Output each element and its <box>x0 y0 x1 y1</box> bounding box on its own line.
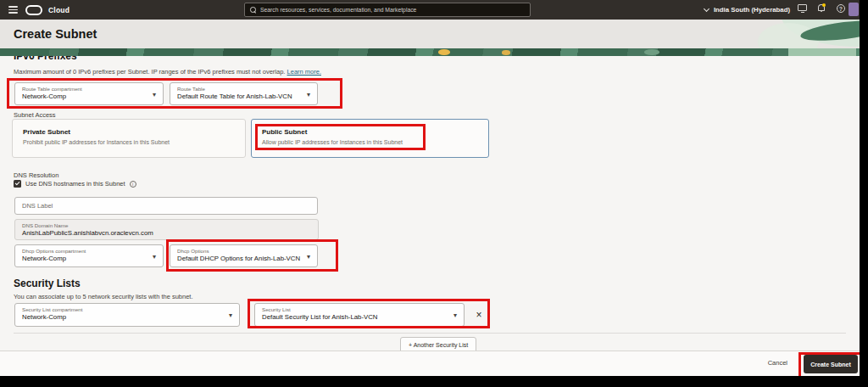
chevron-down-icon: ▾ <box>307 90 310 98</box>
banner-accent <box>644 49 659 55</box>
search-placeholder-text: Search resources, services, documentatio… <box>260 7 416 13</box>
region-label: India South (Hyderabad) <box>714 6 790 14</box>
field-label: DNS Domain Name <box>22 222 311 228</box>
chevron-down-icon <box>704 6 709 12</box>
select-label: Dhcp Options compartment <box>22 248 156 254</box>
search-icon <box>250 7 256 13</box>
create-subnet-page: Cloud Search resources, services, docume… <box>0 0 868 387</box>
chevron-down-icon: ▾ <box>153 90 156 98</box>
private-subnet-card[interactable]: Private Subnet Prohibit public IP addres… <box>12 119 246 158</box>
chevron-down-icon: ▾ <box>453 311 457 319</box>
chevron-down-icon: ▾ <box>153 252 156 260</box>
hamburger-menu-icon[interactable] <box>8 6 18 14</box>
help-icon[interactable]: ? <box>837 4 845 13</box>
remove-security-list-button[interactable]: × <box>471 306 487 323</box>
frame-right <box>860 0 868 387</box>
chevron-down-icon: ▾ <box>307 252 310 260</box>
region-selector[interactable]: India South (Hyderabad) <box>704 0 790 20</box>
banner-accent <box>502 50 510 55</box>
select-value: Network-Comp <box>22 313 232 321</box>
select-value: Default DHCP Options for Anish-Lab-VCN <box>177 255 310 262</box>
select-label: Security List <box>262 306 457 312</box>
decorative-leaf-art <box>749 20 868 48</box>
select-value: Network-Comp <box>22 255 156 262</box>
brand-label: Cloud <box>48 6 70 14</box>
info-icon[interactable]: i <box>130 181 136 188</box>
dns-hostnames-row: Use DNS hostnames in this Subnet i <box>14 180 136 188</box>
learn-more-link[interactable]: Learn more. <box>287 68 321 76</box>
security-list-select[interactable]: Security List Default Security List for … <box>254 303 465 327</box>
dhcp-compartment-select[interactable]: Dhcp Options compartment Network-Comp ▾ <box>14 244 164 267</box>
route-table-select[interactable]: Route Table Default Route Table for Anis… <box>170 82 318 105</box>
cloud-shell-icon[interactable] <box>798 4 807 11</box>
dns-hostnames-checkbox[interactable] <box>14 180 21 188</box>
banner-accent <box>788 48 856 56</box>
chevron-down-icon: ▾ <box>229 311 232 319</box>
card-description: Allow public IP addresses for Instances … <box>262 139 478 145</box>
dns-resolution-label: DNS Resolution <box>14 171 58 179</box>
select-value: Default Route Table for Anish-Lab-VCN <box>177 93 310 100</box>
security-list-compartment-select[interactable]: Security List compartment Network-Comp ▾ <box>14 303 240 327</box>
ipv6-description: Maximum amount of 0 IPv6 prefixes per Su… <box>14 68 321 76</box>
page-title: Create Subnet <box>14 27 97 41</box>
banner-pattern-strip <box>0 48 868 56</box>
subnet-access-label: Subnet Access <box>14 111 56 119</box>
frame-bottom <box>0 376 868 387</box>
public-subnet-card[interactable]: Public Subnet Allow public IP addresses … <box>251 119 489 158</box>
dns-domain-field: DNS Domain Name AnishLabPublicS.anishlab… <box>14 219 319 240</box>
action-footer: Cancel Create Subnet <box>0 351 868 376</box>
security-lists-description: You can associate up to 5 network securi… <box>14 293 193 300</box>
select-label: Security List compartment <box>22 306 232 312</box>
security-lists-heading: Security Lists <box>14 278 81 289</box>
user-avatar[interactable] <box>849 3 859 16</box>
select-value: Default Security List for Anish-Lab-VCN <box>262 313 457 321</box>
route-table-compartment-select[interactable]: Route Table compartment Network-Comp ▾ <box>14 82 164 105</box>
search-input[interactable]: Search resources, services, documentatio… <box>244 3 531 17</box>
oracle-logo <box>25 5 42 15</box>
divider <box>14 333 846 334</box>
create-subnet-button[interactable]: Create Subnet <box>804 355 858 373</box>
checkbox-label: Use DNS hostnames in this Subnet <box>25 180 125 188</box>
notifications-icon[interactable] <box>818 4 825 11</box>
page-title-bar: Create Subnet <box>0 20 868 48</box>
select-value: Network-Comp <box>22 93 156 100</box>
select-label: Route Table <box>177 86 310 92</box>
card-title: Private Subnet <box>23 128 235 136</box>
cancel-button[interactable]: Cancel <box>768 359 787 367</box>
dns-label-input[interactable] <box>14 197 318 215</box>
notification-dot <box>822 3 826 7</box>
card-description: Prohibit public IP addresses for Instanc… <box>23 139 235 145</box>
select-label: Dhcp Options <box>177 248 310 254</box>
banner-accent <box>438 49 450 55</box>
select-label: Route Table compartment <box>22 86 156 92</box>
dhcp-options-select[interactable]: Dhcp Options Default DHCP Options for An… <box>170 244 318 267</box>
field-value: AnishLabPublicS.anishlabvcn.oraclevcn.co… <box>22 229 311 237</box>
top-navigation-bar: Cloud Search resources, services, docume… <box>0 0 868 20</box>
card-title: Public Subnet <box>262 128 478 136</box>
